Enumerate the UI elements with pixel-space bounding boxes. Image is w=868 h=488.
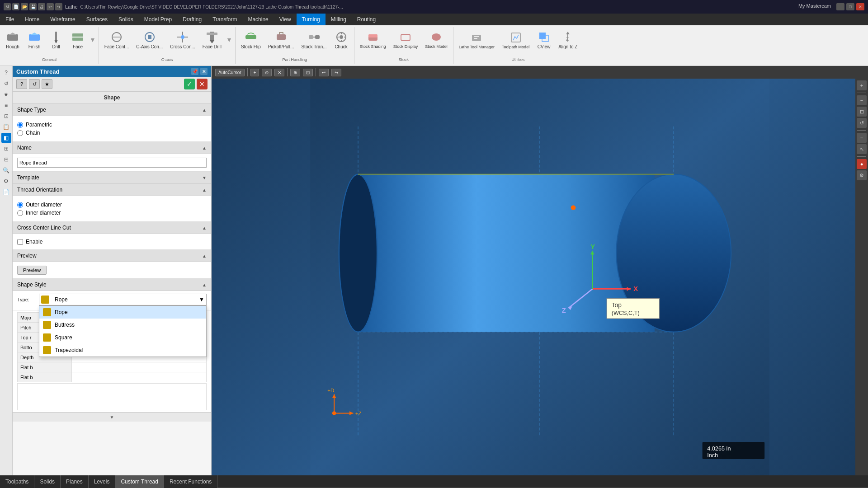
vp-btn-5[interactable]: ⊡ — [303, 69, 313, 76]
tab-levels[interactable]: Levels — [89, 475, 116, 488]
face-cont-button[interactable]: Face Cont... — [102, 28, 132, 51]
preview-button[interactable]: Preview — [17, 266, 47, 275]
rt-cursor-button[interactable]: ↖ — [857, 144, 867, 154]
dropdown-item-buttress[interactable]: Buttress — [39, 319, 206, 331]
rt-minus-button[interactable]: − — [857, 95, 867, 105]
radio-inner-input[interactable] — [17, 210, 23, 216]
viewport[interactable]: AutoCursor + ⊙ ✕ ⊕ ⊡ ↩ ↪ — [212, 66, 868, 475]
dropdown-item-trapezoidal[interactable]: Trapezoidal — [39, 344, 206, 357]
radio-chain-input[interactable] — [17, 130, 23, 136]
rt-layers-button[interactable]: ≡ — [857, 133, 867, 143]
rt-rotate-button[interactable]: ↺ — [857, 118, 867, 128]
menu-turning[interactable]: Turning — [297, 14, 326, 25]
name-input[interactable] — [17, 158, 207, 168]
print-icon[interactable]: 🖨 — [38, 3, 45, 10]
maximize-button[interactable]: □ — [846, 3, 854, 10]
stock-tran-button[interactable]: Stock Tran... — [298, 28, 329, 51]
align-to-z-button[interactable]: Z Align to Z — [556, 28, 580, 51]
enable-checkbox-label[interactable]: Enable — [17, 238, 207, 246]
preview-header[interactable]: Preview ▲ — [13, 250, 211, 262]
radio-chain[interactable]: Chain — [17, 130, 207, 136]
tab-custom-thread[interactable]: Custom Thread — [115, 475, 164, 488]
minimize-button[interactable]: — — [836, 3, 844, 10]
cview-button[interactable]: CView — [534, 28, 554, 51]
cross-center-header[interactable]: Cross Center Line Cut ▲ — [13, 222, 211, 234]
drill-button[interactable]: Drill — [46, 28, 66, 51]
sidebar-icon-8[interactable]: ⊞ — [1, 144, 11, 154]
shape-style-header[interactable]: Shape Style ▲ — [13, 279, 211, 291]
pickoff-pull-button[interactable]: Pickoff/Pull... — [265, 28, 297, 51]
sidebar-icon-2[interactable]: ↺ — [1, 79, 11, 89]
chuck-button[interactable]: Chuck — [331, 28, 351, 51]
sidebar-icon-3[interactable]: ★ — [1, 89, 11, 99]
vp-undo[interactable]: ↩ — [319, 69, 329, 76]
menu-surfaces[interactable]: Surfaces — [81, 14, 113, 25]
panel-reload-button[interactable]: ↺ — [29, 79, 40, 89]
stock-flip-button[interactable]: Stock Flip — [238, 28, 264, 51]
cancel-action-button[interactable]: ✕ — [197, 79, 208, 89]
face-button[interactable]: Face — [68, 28, 88, 51]
tab-solids[interactable]: Solids — [34, 475, 61, 488]
menu-view[interactable]: View — [274, 14, 297, 25]
autocursor-button[interactable]: AutoCursor — [215, 69, 245, 76]
close-button[interactable]: ✕ — [856, 3, 864, 10]
menu-solids[interactable]: Solids — [113, 14, 139, 25]
rt-fit-button[interactable]: ⊡ — [857, 107, 867, 117]
caxis-more[interactable]: ▼ — [226, 36, 232, 43]
thread-orientation-header[interactable]: Thread Orientation ▲ — [13, 184, 211, 196]
panel-pin-button[interactable]: 📌 — [191, 68, 198, 75]
finish-button[interactable]: Finish — [24, 28, 44, 51]
redo-icon[interactable]: ↪ — [55, 3, 62, 10]
menu-wireframe[interactable]: Wireframe — [45, 14, 80, 25]
face-drill-button[interactable]: Face Drill — [200, 28, 224, 51]
sidebar-icon-12[interactable]: 📄 — [1, 187, 11, 197]
type-dropdown[interactable]: Rope ▼ — [39, 294, 207, 305]
panel-save-button[interactable]: ★ — [42, 79, 52, 89]
vp-btn-1[interactable]: + — [250, 69, 259, 76]
dropdown-item-rope[interactable]: Rope — [39, 306, 206, 319]
sidebar-icon-5[interactable]: ⊡ — [1, 111, 11, 121]
menu-file[interactable]: File — [0, 14, 19, 25]
caxis-con-button[interactable]: C-Axis Con... — [133, 28, 165, 51]
scroll-down-icon[interactable]: ▼ — [110, 415, 114, 420]
radio-outer-input[interactable] — [17, 202, 23, 208]
panel-scroll[interactable]: Shape Type ▲ Parametric Chain Name — [13, 104, 211, 475]
lathe-tool-manager-button[interactable]: Lathe Tool Manager — [456, 28, 497, 51]
menu-transform[interactable]: Transform — [207, 14, 242, 25]
toolpath-model-button[interactable]: Toolpath Model — [499, 28, 532, 51]
stock-display-button[interactable]: Stock Display — [391, 28, 421, 51]
sidebar-icon-7[interactable]: ◧ — [1, 133, 11, 143]
menu-machine[interactable]: Machine — [242, 14, 274, 25]
menu-model-prep[interactable]: Model Prep — [139, 14, 177, 25]
field-value-flat-b1[interactable] — [72, 362, 207, 372]
undo-icon[interactable]: ↩ — [47, 3, 54, 10]
save-icon[interactable]: 💾 — [29, 3, 37, 10]
stock-model-button[interactable]: Stock Model — [422, 28, 450, 51]
sidebar-icon-11[interactable]: ⚙ — [1, 176, 11, 186]
vp-btn-3[interactable]: ✕ — [274, 69, 284, 76]
menu-home[interactable]: Home — [19, 14, 45, 25]
shape-type-header[interactable]: Shape Type ▲ — [13, 104, 211, 116]
sidebar-icon-4[interactable]: ≡ — [1, 100, 11, 110]
rough-button[interactable]: Rough — [3, 28, 23, 51]
vp-btn-2[interactable]: ⊙ — [262, 69, 272, 76]
sidebar-icon-6[interactable]: 📋 — [1, 122, 11, 132]
radio-inner-diameter[interactable]: Inner diameter — [17, 210, 207, 216]
rt-settings-button[interactable]: ⚙ — [857, 170, 867, 180]
tab-recent-functions[interactable]: Recent Functions — [164, 475, 217, 488]
ok-button[interactable]: ✓ — [184, 79, 195, 89]
vp-btn-4[interactable]: ⊕ — [290, 69, 300, 76]
menu-drafting[interactable]: Drafting — [177, 14, 207, 25]
sidebar-icon-9[interactable]: ⊟ — [1, 155, 11, 164]
rt-red-dot[interactable]: ● — [857, 159, 867, 169]
enable-checkbox-input[interactable] — [17, 239, 23, 245]
field-value-flat-b2[interactable] — [72, 372, 207, 382]
menu-milling[interactable]: Milling — [326, 14, 352, 25]
template-header[interactable]: Template ▼ — [13, 172, 211, 184]
radio-parametric[interactable]: Parametric — [17, 122, 207, 128]
panel-help-button[interactable]: ? — [16, 79, 27, 89]
name-header[interactable]: Name ▲ — [13, 142, 211, 154]
new-icon[interactable]: 📄 — [12, 3, 19, 10]
sidebar-icon-1[interactable]: ? — [1, 68, 11, 78]
rt-plus-button[interactable]: + — [857, 80, 867, 90]
